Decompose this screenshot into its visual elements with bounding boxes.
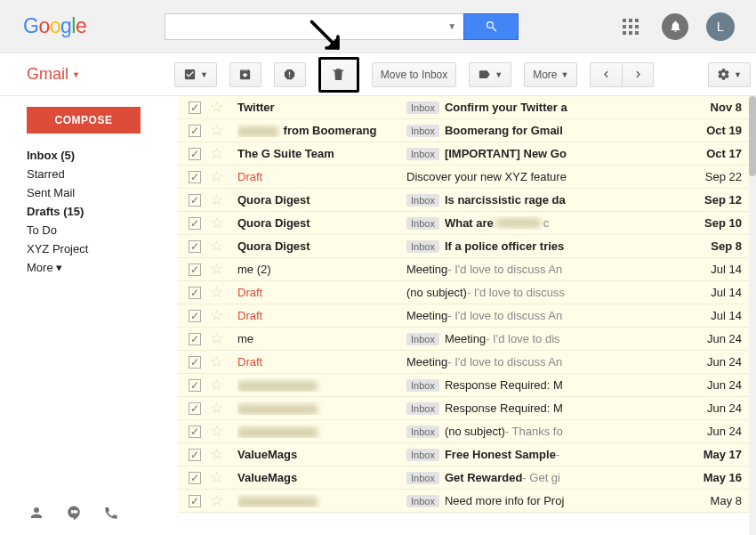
row-checkbox[interactable]: ✓ — [189, 240, 201, 253]
row-checkbox[interactable]: ✓ — [189, 263, 201, 276]
row-checkbox[interactable]: ✓ — [189, 426, 201, 438]
row-checkbox[interactable]: ✓ — [189, 101, 201, 114]
row-checkbox[interactable]: ✓ — [189, 148, 201, 160]
row-sender — [237, 378, 406, 392]
row-checkbox[interactable]: ✓ — [189, 356, 201, 369]
row-checkbox[interactable]: ✓ — [189, 379, 201, 392]
mail-row[interactable]: ✓☆ from BoomerangInboxBoomerang for Gmai… — [178, 119, 756, 142]
row-checkbox[interactable]: ✓ — [189, 310, 201, 322]
search-input[interactable] — [165, 13, 440, 40]
mail-row[interactable]: ✓☆DraftDiscover your new XYZ featureSep … — [178, 166, 756, 189]
older-button[interactable] — [622, 62, 654, 87]
row-checkbox[interactable]: ✓ — [189, 449, 201, 461]
sidebar-item-4[interactable]: To Do — [27, 221, 178, 239]
star-icon[interactable]: ☆ — [210, 121, 223, 140]
compose-button[interactable]: COMPOSE — [27, 107, 141, 134]
row-checkbox[interactable]: ✓ — [189, 194, 201, 207]
archive-button[interactable] — [229, 62, 261, 87]
sidebar-item-5[interactable]: XYZ Project — [27, 239, 178, 258]
inbox-tag: Inbox — [406, 333, 439, 345]
mail-row[interactable]: ✓☆Quora DigestInboxWhat are cSep 10 — [178, 212, 756, 235]
hangouts-icon[interactable] — [66, 505, 82, 521]
row-date: May 17 — [697, 448, 756, 461]
row-checkbox[interactable]: ✓ — [189, 217, 201, 230]
mail-row[interactable]: ✓☆Quora DigestInboxIf a police officer t… — [178, 235, 756, 258]
star-icon[interactable]: ☆ — [210, 237, 223, 255]
trash-icon — [331, 67, 346, 82]
more-button[interactable]: More ▼ — [524, 62, 577, 87]
star-icon[interactable]: ☆ — [210, 260, 223, 279]
gmail-brand[interactable]: Gmail ▼ — [27, 65, 80, 84]
row-checkbox[interactable]: ✓ — [189, 171, 201, 183]
settings-button[interactable]: ▼ — [708, 62, 751, 87]
star-icon[interactable]: ☆ — [210, 376, 223, 394]
star-icon[interactable]: ☆ — [210, 468, 223, 487]
star-icon[interactable]: ☆ — [210, 491, 223, 510]
sidebar-item-2[interactable]: Sent Mail — [27, 183, 178, 202]
row-snippet: - I'd love to discuss — [467, 286, 565, 299]
sidebar-item-1[interactable]: Starred — [27, 165, 178, 183]
google-logo[interactable]: Google — [23, 14, 86, 38]
sidebar-item-0[interactable]: Inbox (5) — [27, 146, 178, 165]
row-checkbox[interactable]: ✓ — [189, 472, 201, 484]
star-icon[interactable]: ☆ — [210, 98, 223, 117]
scrollbar-thumb[interactable] — [749, 96, 756, 176]
mail-row[interactable]: ✓☆me (2)Meeting - I'd love to discuss An… — [178, 258, 756, 281]
star-icon[interactable]: ☆ — [210, 190, 223, 209]
row-subject-wrap: InboxResponse Required: M — [406, 401, 697, 415]
mail-row[interactable]: ✓☆TwitterInboxConfirm your Twitter aNov … — [178, 96, 756, 119]
star-icon[interactable]: ☆ — [210, 422, 223, 441]
labels-button[interactable]: ▼ — [469, 62, 511, 87]
phone-icon[interactable] — [103, 505, 119, 521]
mail-row[interactable]: ✓☆ValueMagsInboxFree Honest Sample -May … — [178, 443, 756, 466]
apps-icon[interactable] — [623, 19, 639, 35]
row-checkbox[interactable]: ✓ — [189, 402, 201, 415]
row-checkbox[interactable]: ✓ — [189, 495, 201, 507]
row-subject: If a police officer tries — [445, 239, 564, 253]
row-date: Sep 22 — [697, 170, 756, 183]
mail-row[interactable]: ✓☆ValueMagsInboxGet Rewarded - Get giMay… — [178, 466, 756, 490]
star-icon[interactable]: ☆ — [210, 399, 223, 417]
star-icon[interactable]: ☆ — [210, 144, 223, 163]
star-icon[interactable]: ☆ — [210, 353, 223, 371]
mail-row[interactable]: ✓☆Quora DigestInboxIs narcissistic rage … — [178, 189, 756, 212]
search-options-dropdown[interactable]: ▼ — [440, 13, 463, 40]
row-date: Jun 24 — [697, 378, 756, 392]
report-spam-button[interactable] — [274, 62, 306, 87]
row-checkbox[interactable]: ✓ — [189, 125, 201, 137]
account-avatar[interactable]: L — [706, 12, 735, 41]
row-subject-wrap: Inbox[IMPORTANT] New Go — [406, 147, 697, 160]
mail-row[interactable]: ✓☆DraftMeeting - I'd love to discuss AnJ… — [178, 351, 756, 374]
mail-row[interactable]: ✓☆InboxResponse Required: MJun 24 — [178, 374, 756, 397]
star-icon[interactable]: ☆ — [210, 445, 223, 464]
mail-row[interactable]: ✓☆InboxNeed more info for ProjMay 8 — [178, 490, 756, 513]
star-icon[interactable]: ☆ — [210, 214, 223, 232]
scrollbar-track[interactable] — [749, 96, 756, 535]
mail-row[interactable]: ✓☆DraftMeeting - I'd love to discuss AnJ… — [178, 304, 756, 328]
mail-row[interactable]: ✓☆InboxResponse Required: MJun 24 — [178, 397, 756, 420]
mail-row[interactable]: ✓☆The G Suite TeamInbox[IMPORTANT] New G… — [178, 142, 756, 166]
star-icon[interactable]: ☆ — [210, 329, 223, 348]
row-checkbox[interactable]: ✓ — [189, 333, 201, 345]
inbox-tag: Inbox — [406, 125, 439, 137]
sidebar-item-6[interactable]: More ▾ — [27, 258, 178, 277]
delete-button[interactable] — [318, 57, 359, 93]
row-subject: Confirm your Twitter a — [445, 101, 567, 114]
row-checkbox[interactable]: ✓ — [189, 287, 201, 299]
sidebar-item-3[interactable]: Drafts (15) — [27, 202, 178, 221]
search-button[interactable] — [463, 13, 519, 40]
star-icon[interactable]: ☆ — [210, 306, 223, 325]
inbox-tag: Inbox — [406, 495, 439, 507]
mail-row[interactable]: ✓☆Draft(no subject) - I'd love to discus… — [178, 281, 756, 304]
move-to-inbox-button[interactable]: Move to Inbox — [372, 62, 456, 87]
mail-row[interactable]: ✓☆Inbox(no subject) - Thanks foJun 24 — [178, 420, 756, 443]
notifications-button[interactable] — [662, 13, 688, 40]
mail-row[interactable]: ✓☆meInboxMeeting - I'd love to disJun 24 — [178, 328, 756, 351]
star-icon[interactable]: ☆ — [210, 167, 223, 186]
star-icon[interactable]: ☆ — [210, 283, 223, 302]
person-icon[interactable] — [28, 505, 44, 521]
row-subject: (no subject) — [445, 425, 505, 438]
select-all-button[interactable]: ▼ — [174, 62, 217, 87]
row-subject: Need more info for Proj — [445, 494, 564, 507]
newer-button[interactable] — [590, 62, 622, 87]
